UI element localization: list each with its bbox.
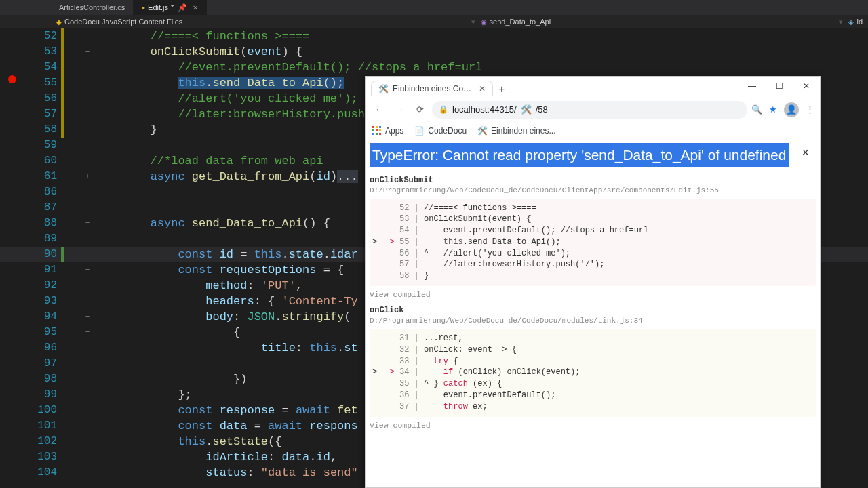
change-marker xyxy=(61,75,80,91)
fold-toggle[interactable]: − xyxy=(80,325,95,340)
tab-label: ArticlesController.cs xyxy=(59,3,125,12)
fold-toggle[interactable]: − xyxy=(80,434,95,449)
error-close-button[interactable]: × xyxy=(795,143,816,163)
code-line[interactable]: 53− onClickSubmit(event) { xyxy=(0,44,868,60)
field-icon: ◈ xyxy=(848,18,854,26)
editor-tabs: ArticlesController.cs●Edit.js*📌✕ xyxy=(0,0,868,15)
minimize-button[interactable]: — xyxy=(738,77,766,96)
line-number: 101 xyxy=(24,418,61,434)
bookmark-star-icon[interactable]: ★ xyxy=(769,104,777,115)
line-number: 60 xyxy=(24,153,61,169)
breakpoint-gutter[interactable] xyxy=(0,75,24,83)
line-number: 87 xyxy=(24,200,61,216)
line-number: 91 xyxy=(24,262,61,278)
change-marker xyxy=(61,122,80,138)
breakpoint-icon[interactable] xyxy=(8,75,16,83)
fold-toggle[interactable]: − xyxy=(80,44,95,60)
line-number: 55 xyxy=(24,75,61,91)
line-number: 58 xyxy=(24,122,61,138)
close-tab-icon[interactable]: ✕ xyxy=(479,84,486,94)
method-icon: ◉ xyxy=(481,18,487,26)
change-marker xyxy=(61,106,80,122)
stack-frame: onClickSubmitD:/Programmierung/Web/CodeD… xyxy=(370,176,816,300)
fold-toggle[interactable]: + xyxy=(80,169,95,184)
frame-name: onClickSubmit xyxy=(370,176,816,185)
line-number: 59 xyxy=(24,138,61,153)
forward-button: → xyxy=(391,104,408,115)
browser-window: 🛠️ Einbinden eines Configurato ✕ + — ☐ ✕… xyxy=(365,76,821,488)
breadcrumb-field[interactable]: ◈ id xyxy=(843,18,868,26)
line-number: 97 xyxy=(24,356,61,371)
bookmark-label: CodeDocu xyxy=(428,126,467,136)
line-number: 98 xyxy=(24,371,61,387)
stack-frame: onClickD:/Programmierung/Web/CodeDocu_de… xyxy=(370,306,816,430)
change-marker xyxy=(61,44,80,60)
line-number: 54 xyxy=(24,60,61,75)
browser-tab-title: Einbinden eines Configurato xyxy=(393,84,475,94)
pin-icon: 📌 xyxy=(178,3,187,12)
editor-tab[interactable]: ArticlesController.cs xyxy=(51,0,134,15)
line-number: 94 xyxy=(24,309,61,325)
new-tab-button[interactable]: + xyxy=(498,83,505,96)
line-number: 96 xyxy=(24,340,61,356)
line-number: 93 xyxy=(24,293,61,309)
code-line[interactable]: 54 //event.preventDefault(); //stops a h… xyxy=(0,60,868,75)
close-window-button[interactable]: ✕ xyxy=(793,77,820,96)
menu-icon[interactable]: ⋮ xyxy=(806,104,814,115)
browser-titlebar: 🛠️ Einbinden eines Configurato ✕ + — ☐ ✕ xyxy=(366,77,820,98)
breadcrumb: ◆ CodeDocu JavaScript Content Files ▾ ◉ … xyxy=(0,15,868,28)
lock-icon: 🔒 xyxy=(439,105,448,114)
change-marker xyxy=(61,60,80,75)
breadcrumb-scope[interactable]: ◆ CodeDocu JavaScript Content Files xyxy=(51,18,188,26)
change-marker xyxy=(61,247,80,262)
line-number: 89 xyxy=(24,231,61,247)
fold-toggle[interactable]: − xyxy=(80,216,95,231)
file-icon: ● xyxy=(142,5,145,11)
close-icon[interactable]: ✕ xyxy=(193,4,198,12)
bookmark-icon: 📄 xyxy=(414,126,425,136)
reload-button[interactable]: ⟳ xyxy=(412,104,428,115)
line-number: 100 xyxy=(24,403,61,418)
zoom-icon[interactable]: 🔍 xyxy=(751,104,762,115)
favicon-icon: 🛠️ xyxy=(378,84,389,94)
line-number: 99 xyxy=(24,387,61,403)
view-compiled-link[interactable]: View compiled xyxy=(370,421,816,430)
line-number: 102 xyxy=(24,434,61,449)
frame-path: D:/Programmierung/Web/CodeDocu_de/CodeDo… xyxy=(370,317,816,325)
frame-name: onClick xyxy=(370,306,816,315)
line-number: 104 xyxy=(24,465,61,481)
back-button[interactable]: ← xyxy=(371,104,387,115)
maximize-button[interactable]: ☐ xyxy=(766,77,793,96)
view-compiled-link[interactable]: View compiled xyxy=(370,290,816,299)
code-line[interactable]: 52 //====< functions >==== xyxy=(0,28,868,44)
bookmarks-bar: Apps📄CodeDocu🛠️Einbinden eines... xyxy=(366,121,820,140)
bookmark-item[interactable]: Apps xyxy=(372,126,403,136)
bookmark-item[interactable]: 📄CodeDocu xyxy=(414,126,467,136)
frame-code: 52 | //====< functions >==== 53 | onClic… xyxy=(370,199,816,287)
bookmark-item[interactable]: 🛠️Einbinden eines... xyxy=(477,126,555,136)
code-text: //event.preventDefault(); //stops a href… xyxy=(95,60,868,75)
fold-toggle[interactable]: − xyxy=(80,309,95,325)
line-number: 92 xyxy=(24,278,61,293)
profile-avatar[interactable]: 👤 xyxy=(784,102,799,117)
line-number: 88 xyxy=(24,216,61,231)
line-number: 52 xyxy=(24,28,61,44)
editor-tab[interactable]: ●Edit.js*📌✕ xyxy=(134,0,207,15)
tab-label: Edit.js xyxy=(148,3,168,12)
url-favicon: 🛠️ xyxy=(521,104,532,115)
line-number: 57 xyxy=(24,106,61,122)
breadcrumb-scope-label: CodeDocu JavaScript Content Files xyxy=(64,18,182,26)
fold-toggle[interactable]: − xyxy=(80,262,95,278)
browser-tab[interactable]: 🛠️ Einbinden eines Configurato ✕ xyxy=(371,81,493,96)
change-marker xyxy=(61,91,80,106)
line-number: 95 xyxy=(24,325,61,340)
file-icon: ◆ xyxy=(56,18,62,26)
frame-code: 31 | ...rest, 32 | onClick: event => { 3… xyxy=(370,329,816,417)
breadcrumb-method[interactable]: ◉ send_Data_to_Api xyxy=(475,18,557,26)
error-title: TypeError: Cannot read property 'send_Da… xyxy=(370,143,789,167)
code-text: //====< functions >==== xyxy=(95,28,868,44)
line-number: 53 xyxy=(24,44,61,60)
apps-icon xyxy=(372,126,382,136)
frame-path: D:/Programmierung/Web/CodeDocu_de/CodeDo… xyxy=(370,186,816,195)
address-bar[interactable]: 🔒 localhost:44315/ 🛠️ /58 xyxy=(432,101,747,119)
